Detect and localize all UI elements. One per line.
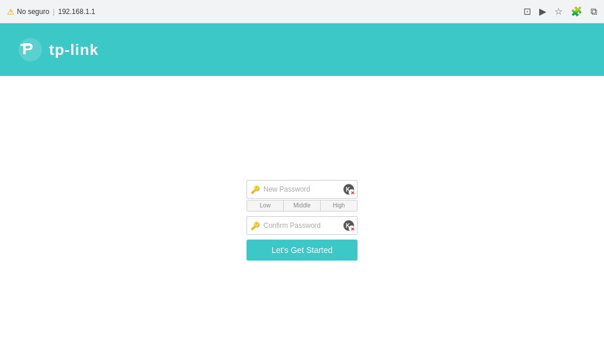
header: P tp-link — [0, 23, 604, 76]
svg-text:P: P — [22, 40, 33, 58]
strength-bar: Low Middle High — [247, 200, 357, 212]
tplink-logo-icon: P — [18, 37, 43, 63]
star-icon[interactable]: ☆ — [554, 6, 563, 17]
puzzle-icon[interactable]: 🧩 — [571, 6, 582, 17]
security-warning: ⚠ No seguro | 192.168.1.1 — [7, 7, 95, 16]
confirm-key-icon: 🔑 — [251, 221, 260, 230]
translate-icon[interactable]: ⊡ — [523, 6, 531, 17]
new-password-input[interactable] — [247, 180, 357, 199]
submit-button[interactable]: Let's Get Started — [247, 240, 357, 261]
window-icon[interactable]: ⧉ — [591, 6, 597, 17]
confirm-password-wrapper: 🔑 K ✕ — [247, 216, 357, 235]
svg-text:✕: ✕ — [350, 190, 355, 195]
confirm-password-input[interactable] — [247, 216, 357, 235]
logo-container: P tp-link — [18, 37, 99, 63]
url-text[interactable]: 192.168.1.1 — [58, 8, 95, 16]
strength-high: High — [321, 200, 357, 211]
strength-middle: Middle — [284, 200, 321, 211]
new-password-wrapper: 🔑 K ✕ — [247, 180, 357, 199]
password-manager-icon-new[interactable]: K ✕ — [343, 183, 355, 195]
page-content: P tp-link 🔑 K ✕ — [0, 23, 604, 364]
separator: | — [53, 8, 54, 16]
form-container: 🔑 K ✕ Low Middle — [244, 180, 360, 261]
svg-text:✕: ✕ — [350, 226, 355, 231]
browser-icons: ⊡ ▶ ☆ 🧩 ⧉ — [523, 6, 597, 17]
warning-icon: ⚠ — [7, 7, 15, 16]
password-key-icon: 🔑 — [251, 185, 260, 193]
password-manager-icon-confirm[interactable]: K ✕ — [343, 220, 355, 231]
strength-low: Low — [247, 200, 284, 211]
main-area: 🔑 K ✕ Low Middle — [26, 76, 578, 364]
play-icon[interactable]: ▶ — [539, 6, 546, 17]
logo-text: tp-link — [49, 41, 99, 59]
warning-text: No seguro — [17, 8, 49, 16]
browser-bar: ⚠ No seguro | 192.168.1.1 ⊡ ▶ ☆ 🧩 ⧉ — [0, 0, 604, 23]
